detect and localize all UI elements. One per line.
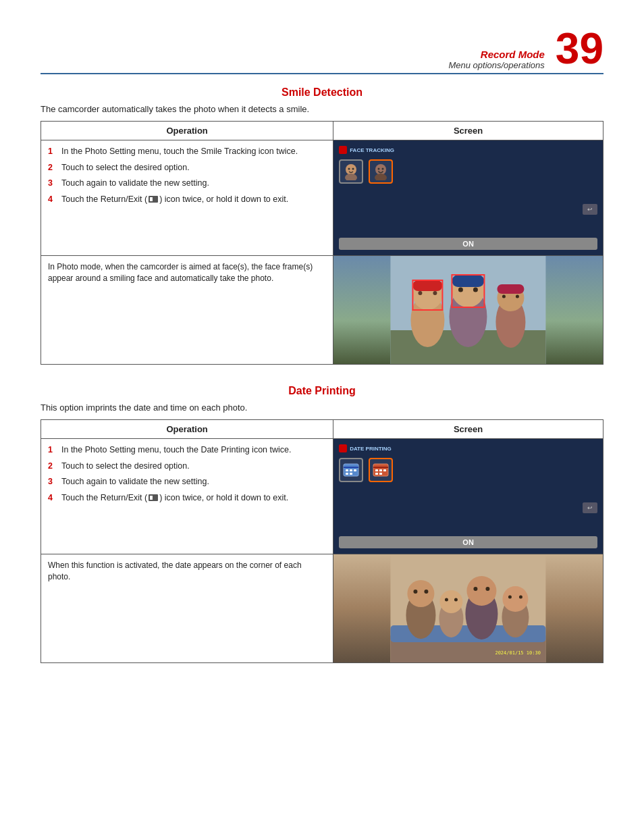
dp-screen-label-text: DATE PRINTING: [350, 446, 392, 452]
header-divider: [41, 73, 603, 74]
svg-point-2: [348, 168, 350, 170]
smile-detection-title: Smile Detection: [41, 86, 603, 99]
dp-steps-col: 1 In the Photo Setting menu, touch the D…: [41, 439, 333, 554]
dp-row2: When this function is activated, the dat…: [41, 554, 603, 663]
sd-screen-label-text: FACE TRACKING: [350, 147, 394, 153]
smile-detection-table: Operation Screen 1 In the Photo Setting …: [41, 121, 603, 365]
svg-point-1: [345, 174, 357, 180]
sd-step4-num: 4: [48, 194, 59, 206]
sd-icons-row: [339, 157, 597, 186]
svg-rect-33: [350, 473, 352, 475]
svg-rect-30: [350, 469, 352, 471]
svg-point-50: [445, 598, 448, 602]
dp-on-button: ON: [339, 536, 597, 548]
svg-rect-12: [413, 280, 443, 291]
dp-icons-row: [339, 455, 597, 485]
face-silhouette-icon: [342, 163, 360, 180]
dp-op-header: Operation: [41, 420, 333, 439]
sd-step2-text: Touch to select the desired option.: [61, 162, 326, 174]
sd-step1-num: 1: [48, 146, 59, 158]
sd-icon-box1: [339, 159, 363, 184]
svg-point-24: [516, 295, 519, 298]
svg-point-0: [346, 164, 356, 175]
date-printing-desc: This option imprints the date and time o…: [41, 402, 603, 413]
svg-point-49: [440, 590, 463, 613]
sd-screen-col1: FACE TRACKING: [333, 140, 603, 256]
sd-row2: In Photo mode, when the camcorder is aim…: [41, 256, 603, 365]
svg-point-23: [502, 295, 506, 298]
sd-step4-text: Touch the Return/Exit () icon twice, or …: [61, 194, 326, 206]
sd-screen-mockup1: FACE TRACKING: [333, 140, 603, 255]
sd-step2-num: 2: [48, 162, 59, 174]
sd-icon-box2: [369, 159, 393, 184]
svg-point-47: [425, 590, 429, 594]
svg-point-53: [467, 576, 497, 606]
sd-row1: 1 In the Photo Setting menu, touch the S…: [41, 140, 603, 256]
sd-step2: 2 Touch to select the desired option.: [48, 162, 326, 174]
sd-family-svg: [333, 256, 603, 364]
dp-step3-num: 3: [48, 476, 59, 488]
dp-calendar-icon: [342, 461, 360, 479]
dp-return-area: ↩: [339, 502, 597, 513]
dp-row1: 1 In the Photo Setting menu, touch the D…: [41, 439, 603, 554]
svg-point-5: [375, 174, 387, 180]
svg-point-7: [382, 168, 384, 170]
svg-rect-31: [354, 469, 356, 471]
dp-screen-mockup1: DATE PRINTING: [333, 439, 603, 554]
dp-step2-text: Touch to select the desired option.: [61, 461, 326, 473]
page-number: 39: [556, 27, 603, 70]
sd-screen-col2: [333, 256, 603, 365]
dp-step1-text: In the Photo Setting menu, touch the Dat…: [61, 444, 326, 457]
svg-point-18: [458, 288, 463, 292]
sd-op-header: Operation: [41, 122, 333, 140]
sd-step3-text: Touch again to validate the new setting.: [61, 178, 326, 190]
dp-step3-text: Touch again to validate the new setting.: [61, 476, 326, 488]
dp-step4-text: Touch the Return/Exit () icon twice, or …: [61, 492, 326, 504]
date-printing-title: Date Printing: [41, 385, 603, 397]
dp-icon-box2: [369, 458, 393, 482]
sd-steps-list: 1 In the Photo Setting menu, touch the S…: [48, 146, 326, 205]
dp-screen-label-icon: [339, 444, 347, 452]
page-header: Record Mode Menu options/operations 39: [41, 27, 603, 70]
svg-rect-17: [452, 275, 485, 287]
dp-return-icon: ↩: [583, 502, 597, 513]
sd-step1-text: In the Photo Setting menu, touch the Smi…: [61, 146, 326, 158]
svg-rect-40: [379, 473, 382, 475]
svg-rect-29: [346, 469, 348, 471]
svg-point-46: [414, 590, 418, 594]
dp-family-svg: 2024/01/15 10:30: [333, 554, 603, 662]
svg-point-3: [352, 168, 354, 170]
sd-return-icon: ↩: [583, 204, 597, 215]
dp-step1-num: 1: [48, 444, 59, 457]
page: Record Mode Menu options/operations 39 S…: [0, 0, 644, 834]
dp-family-photo: 2024/01/15 10:30: [333, 554, 603, 662]
sd-screen-label: FACE TRACKING: [339, 146, 597, 154]
dp-info-text: When this function is activated, the dat…: [41, 554, 333, 663]
svg-rect-28: [344, 467, 358, 468]
dp-photo-screen: 2024/01/15 10:30: [333, 554, 603, 662]
dp-screen-header: Screen: [333, 420, 603, 439]
sd-info-text: In Photo mode, when the camcorder is aim…: [41, 256, 333, 365]
subtitle-label: Menu options/operations: [448, 60, 544, 70]
dp-date-print-icon: [372, 461, 390, 479]
dp-step2: 2 Touch to select the desired option.: [48, 461, 326, 473]
return-exit-icon: [149, 196, 158, 203]
svg-point-4: [375, 164, 386, 175]
dp-return-icon-inner: ↩: [587, 504, 593, 511]
sd-step1: 1 In the Photo Setting menu, touch the S…: [48, 146, 326, 158]
svg-rect-38: [383, 469, 386, 471]
dp-icon-box1: [339, 458, 363, 482]
svg-point-19: [473, 288, 478, 292]
record-mode-label: Record Mode: [448, 49, 544, 60]
sd-step3-num: 3: [48, 178, 59, 190]
svg-point-54: [474, 587, 478, 591]
svg-point-14: [433, 291, 437, 295]
dp-step4: 4 Touch the Return/Exit () icon twice, o…: [48, 492, 326, 504]
dp-step2-num: 2: [48, 461, 59, 473]
svg-point-51: [454, 598, 458, 602]
smile-detect-icon: [372, 163, 390, 180]
sd-photo-screen: [333, 256, 603, 364]
sd-step4: 4 Touch the Return/Exit () icon twice, o…: [48, 194, 326, 206]
svg-rect-22: [498, 284, 525, 294]
dp-screen-label: DATE PRINTING: [339, 444, 597, 452]
